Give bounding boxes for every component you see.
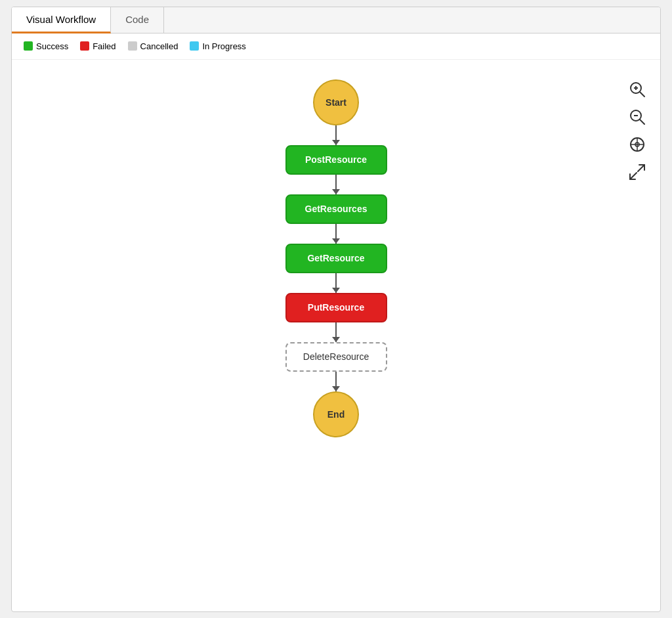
node-post-resource[interactable]: PostResource: [285, 145, 387, 175]
tab-code[interactable]: Code: [111, 7, 164, 33]
legend-cancelled-box: [128, 41, 137, 51]
legend-success-label: Success: [36, 41, 68, 51]
svg-line-11: [630, 173, 637, 179]
legend-failed: Failed: [80, 41, 116, 51]
flow-chart: Start PostResource GetResources GetResou…: [285, 79, 387, 437]
arrow-start-to-post: [335, 125, 337, 145]
svg-line-3: [640, 92, 644, 97]
legend-cancelled-label: Cancelled: [140, 41, 178, 51]
arrow-get-resources-to-get-resource: [335, 224, 337, 244]
legend-failed-box: [80, 41, 89, 51]
arrow-put-to-delete: [335, 322, 337, 342]
legend: Success Failed Cancelled In Progress: [12, 33, 660, 60]
center-button[interactable]: [627, 135, 647, 154]
zoom-controls: [627, 79, 647, 182]
legend-cancelled: Cancelled: [128, 41, 178, 51]
center-icon: [629, 136, 646, 153]
legend-success: Success: [24, 41, 68, 51]
node-put-resource[interactable]: PutResource: [285, 293, 387, 322]
node-delete-resource[interactable]: DeleteResource: [285, 342, 387, 372]
arrow-delete-to-end: [335, 372, 337, 391]
zoom-in-button[interactable]: [627, 79, 647, 99]
arrow-get-resource-to-put: [335, 273, 337, 293]
expand-button[interactable]: [627, 162, 647, 182]
zoom-out-icon: [629, 108, 646, 125]
zoom-in-icon: [629, 81, 646, 98]
node-start[interactable]: Start: [313, 79, 359, 125]
legend-in-progress: In Progress: [190, 41, 245, 51]
tab-visual-workflow[interactable]: Visual Workflow: [12, 7, 111, 33]
legend-in-progress-label: In Progress: [202, 41, 245, 51]
expand-icon: [629, 164, 646, 181]
node-get-resources[interactable]: GetResources: [285, 194, 387, 224]
legend-in-progress-box: [190, 41, 199, 51]
workflow-canvas: Start PostResource GetResources GetResou…: [12, 60, 660, 611]
main-container: Visual Workflow Code Success Failed Canc…: [11, 7, 661, 612]
node-end[interactable]: End: [313, 391, 359, 437]
legend-failed-label: Failed: [93, 41, 116, 51]
svg-line-12: [638, 165, 644, 171]
tab-bar: Visual Workflow Code: [12, 7, 660, 33]
zoom-out-button[interactable]: [627, 107, 647, 127]
svg-line-6: [640, 120, 644, 124]
legend-success-box: [24, 41, 33, 51]
node-get-resource[interactable]: GetResource: [285, 244, 387, 273]
arrow-post-to-get-resources: [335, 175, 337, 194]
